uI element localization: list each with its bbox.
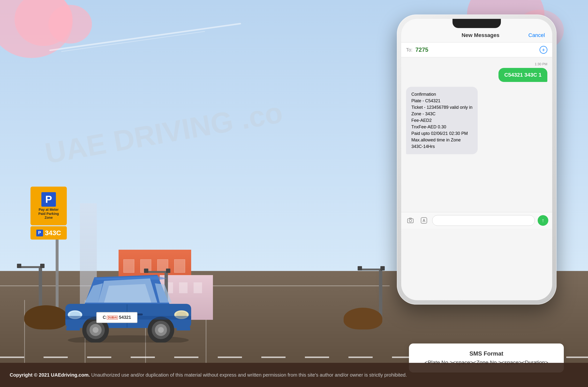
bush-right (344, 308, 382, 329)
zone-number: 343C (45, 229, 61, 237)
sent-message-text: C54321 343C 1 (499, 68, 547, 82)
sms-messages-area: 1:30 PM C54321 343C 1 Confirmation Plate… (401, 57, 552, 212)
phone-notch (453, 19, 501, 28)
phone-mockup: New Messages Cancel To: 7275 ＋ 1:30 PM C… (397, 15, 557, 305)
sms-input-toolbar: A ↑ (401, 212, 552, 229)
send-button[interactable]: ↑ (538, 215, 548, 226)
cancel-button[interactable]: Cancel (528, 32, 545, 39)
svg-point-19 (409, 219, 412, 222)
car: C DUBAI 54321 (56, 246, 201, 344)
to-label: To: (406, 47, 413, 53)
message-input[interactable] (432, 215, 535, 226)
copyright-bar: Copyright © 2021 UAEdriving.com. Unautho… (0, 363, 588, 387)
parking-sign-panel: P Pay at Meter Paid Parking Zone (30, 187, 67, 225)
add-recipient-button[interactable]: ＋ (540, 46, 547, 54)
svg-text:A: A (422, 218, 425, 223)
sms-title: New Messages (462, 32, 500, 39)
received-message-bubble: Confirmation Plate - C54321 Ticket - 123… (406, 87, 547, 154)
phone-outer-shell: New Messages Cancel To: 7275 ＋ 1:30 PM C… (397, 15, 557, 305)
sms-format-title: SMS Format (418, 350, 555, 357)
camera-button[interactable] (405, 215, 416, 226)
cloud-3 (48, 5, 92, 43)
message-time: 1:30 PM (406, 62, 547, 66)
copyright-rest: Unauthorized use and/or duplication of t… (91, 372, 407, 378)
sent-message-bubble: C54321 343C 1 (406, 68, 547, 82)
svg-point-14 (158, 327, 164, 333)
app-store-button[interactable]: A (419, 215, 429, 226)
car-license-plate: C DUBAI 54321 (96, 312, 137, 323)
copyright-text: Copyright © 2021 UAEdriving.com. Unautho… (10, 371, 407, 379)
copyright-bold: Copyright © 2021 UAEdriving.com. (10, 372, 90, 378)
parking-zone-sign: P 343C (30, 226, 67, 240)
parking-p-letter: P (41, 192, 56, 207)
parking-sign-text: Pay at Meter Paid Parking Zone (39, 208, 59, 220)
received-message-text: Confirmation Plate - C54321 Ticket - 123… (406, 87, 478, 154)
car-svg (56, 246, 201, 343)
zone-p-icon: P (36, 230, 43, 236)
to-number[interactable]: 7275 (416, 46, 540, 53)
sms-to-row: To: 7275 ＋ (401, 42, 552, 57)
phone-screen: New Messages Cancel To: 7275 ＋ 1:30 PM C… (401, 19, 552, 300)
svg-point-10 (93, 327, 99, 333)
